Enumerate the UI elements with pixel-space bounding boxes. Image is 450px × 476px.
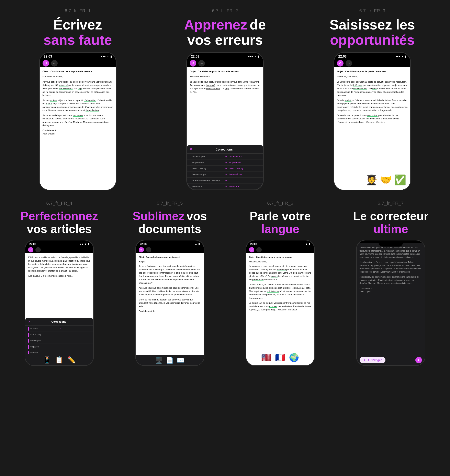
headline-fr2-black: de [250,17,266,32]
notepad-icon: 📋 [55,356,63,364]
label-fr7: 6.7_fr_FR_7 [378,201,404,206]
toolbar-left-1: ↺ ··· [42,60,58,67]
headline-fr5: Sublimez vos documents [133,209,207,236]
label-fr4: 6.7_fr_FR_4 [46,201,72,206]
flags-overlay: 🇺🇸 🇫🇷 🌍 [246,351,314,364]
correction-item-1: ous écrit pou → ous écris pou [187,154,263,160]
toolbar-left-4: ↺ ··· [28,247,41,252]
time-4: 22:03 [29,243,36,245]
monitor-icon: 🖥️ [155,357,163,364]
correction-item-3: urant. J'ai toujo → urant. J'ai toujo [187,166,263,172]
toolbar-2: ↺ ··· [187,59,263,67]
battery-icon-5: ▮ [198,243,200,245]
us-flag: 🇺🇸 [261,351,272,364]
headline-fr1-magenta: sans faute [43,32,112,48]
cell-fr2: 6.7_fr_FR_2 Apprenez de vos erreurs 22:0… [151,4,298,192]
toolbar-1: ↺ ··· [40,59,116,67]
refresh-btn-5[interactable]: ↺ [139,247,144,252]
para1-6: Je vous écris pour postuler au poste de … [249,264,311,281]
headline-fr2: Apprenez de vos erreurs [184,17,266,48]
wifi-icon-3: ▲ [401,55,404,58]
refresh-btn-2[interactable]: ↺ [190,60,196,67]
toolbar-3: ↺ ··· [334,59,410,67]
phone-icon: 📱 [43,356,51,364]
toolbar-left-3: ↺ ··· [337,60,352,67]
more-btn-5[interactable]: ··· [146,247,151,252]
closing-1: Cordialement,Jean Dupont [42,129,113,135]
accent-bar [190,167,190,170]
headline-fr6-magenta: langue [250,222,311,235]
more-btn-3[interactable]: ··· [346,60,352,67]
corriger-label: ✦ Corriger [367,358,382,362]
cell-fr4: 6.7_fr_FR_4 Perfectionnez vos articles 2… [4,197,115,368]
subject-3: Objet : Candidature pour le poste de ser… [337,70,408,73]
refresh-btn[interactable]: ↺ [42,60,49,67]
corriger-row: ✦ ✦ Corriger ✦ [357,355,425,365]
phone-notch-5 [158,240,182,247]
headline-fr4-magenta: Perfectionnez [21,209,98,222]
correction-item-5: otre établissement. J'ai deja → [187,178,263,184]
close-corrections[interactable]: ✕ [190,147,192,151]
cell-fr3: 6.7_fr_FR_3 Saisissez les opportunités 2… [299,4,446,192]
bottom-icons-5: 🖥️ 📄 ✉️ [136,355,204,365]
corrections-title-4: Corrections [30,320,87,324]
battery-icon-3: ▮ [405,55,406,58]
toolbar-5: ↺ ··· [136,246,204,253]
fr-flag: 🇫🇷 [275,351,285,364]
pages-icon: 📄 [166,357,173,364]
mail-icon: ✉️ [177,357,184,364]
para2-6: Je suis motivé, et j'ai une bonne capaci… [249,283,311,300]
phone-notch-7 [379,240,403,247]
correction-item-4: interresser par → intéressé par [187,172,263,178]
phone-fr3: 22:03 ●●● ▲ ▮ ↺ ··· Objet : Candidature … [333,52,411,190]
para3-7: Je serais ravi de pouvoir vous pour disc… [360,275,422,285]
label-fr3: 6.7_fr_FR_3 [359,8,385,13]
more-btn[interactable]: ··· [51,60,58,67]
corr4-4: ongés sur → [25,344,93,350]
time-2: 22:03 [191,55,199,58]
para3-5: Merci de me tenir au courant dès que vou… [139,298,201,308]
subject-2: Objet : Candidature pour le poste de ser… [190,70,260,73]
more-btn-6[interactable]: ··· [256,247,262,252]
refresh-btn-4[interactable]: ↺ [28,247,33,252]
para1-5: Je vous écris pour vous demander quelque… [139,264,201,284]
toolbar-6: ↺ ··· [246,246,314,253]
para1-3: Je vous écris pour postuler au poste de … [337,80,408,97]
para2-5: Aussi, je voudrais savoir quand je peux … [139,286,201,296]
corriger-circle-icon: ✦ [417,358,420,362]
corrections-panel: ✕ Corrections ous écrit pou → ous écris … [187,145,263,190]
headline-fr4-black: vos articles [21,222,98,235]
refresh-btn-6[interactable]: ↺ [249,247,254,252]
subject-1: Objet : Candidature pour le poste de ser… [42,70,113,73]
corriger-btn[interactable]: ✦ ✦ Corriger [360,357,385,363]
more-btn-2[interactable]: ··· [198,60,205,67]
signal-icon-2: ●●● [248,55,253,58]
corriger-sparkle: ✦ [363,358,366,362]
corriger-circle-btn[interactable]: ✦ [415,357,422,363]
headline-fr6: Parle votre langue [250,209,311,236]
correction-list: ous écrit pou → ous écris pou au poste d… [187,154,263,190]
content-fr3: Objet : Candidature pour le poste de ser… [334,67,410,190]
corr4-2: va à la plag → [25,332,93,338]
headline-fr5-magenta: Sublimez [133,209,184,222]
phone-notch-2 [213,53,237,59]
phone-notch-4 [47,240,71,247]
greeting-3: Madame, Monsieur, [337,75,408,79]
battery-icon-6: ▮ [309,243,310,245]
phone-fr2: 22:03 ●●● ▲ ▮ ↺ ··· Objet : Candidature … [186,52,264,190]
cell-fr5: 6.7_fr_FR_5 Sublimez vos documents 22:03… [115,197,225,368]
toolbar-left-6: ↺ ··· [249,247,262,252]
label-fr6: 6.7_fr_FR_6 [267,201,293,206]
corr4-3: ous les pied → [25,338,93,344]
more-btn-4[interactable]: ··· [36,247,41,252]
headline-fr3: Saisissez les opportunités [329,17,415,48]
refresh-btn-3[interactable]: ↺ [337,60,343,67]
check-emoji: ✅ [394,173,406,188]
close-corrections-4[interactable]: ✕ [28,320,30,324]
corr4-5: ter de la → [25,350,93,354]
content-fr4: L'été c'est la meilleure saison de l'ann… [25,253,93,354]
cell-fr1: 6.7_fr_FR_1 Écrivez sans faute 22:03 ●●●… [4,4,151,192]
phone-fr5: 22:03 ▲ ▮ ↺ ··· Objet : Demande de rense… [135,240,204,366]
closing-7: Cordialement,Jean Dupont [360,287,422,293]
phone-fr7: Je vous écrit pour postuler au serveur d… [356,240,425,366]
